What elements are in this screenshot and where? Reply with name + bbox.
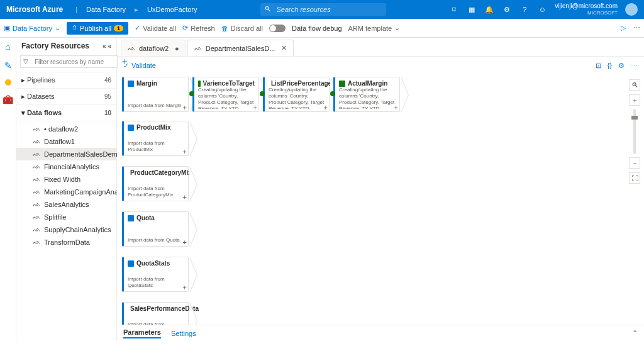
editor-tab[interactable]: ᨒdataflow2● (121, 40, 186, 56)
breadcrumb-factory-name[interactable]: UxDemoFactory (147, 6, 197, 13)
source-icon (128, 260, 134, 267)
dataflow-node[interactable]: ProductCategoryMixImport data from Produ… (122, 166, 189, 201)
dataflow-item[interactable]: ᨒFixed Width (16, 173, 116, 186)
dataflow-node[interactable]: ActualMarginCreating/updating the column… (333, 77, 400, 112)
arm-template-dropdown[interactable]: ARM template⌄ (348, 24, 401, 32)
dataflow-item-label: SupplyChainAnalytics (44, 226, 111, 233)
author-icon[interactable]: ✎ (4, 60, 12, 70)
add-step-button[interactable]: + (183, 104, 187, 111)
dataflow-item[interactable]: ᨒMarketingCampaignAnalytics (16, 186, 116, 198)
dataflow-item[interactable]: ᨒDepartmentalSalesDemo⋯ (16, 148, 116, 160)
zoom-out-button[interactable]: － (629, 157, 640, 169)
breadcrumb-data-factory[interactable]: Data Factory (86, 6, 126, 13)
publish-all-button[interactable]: ⇧ Publish all 1 (67, 22, 128, 35)
breadcrumb-chevron-icon: ▸ (135, 6, 138, 14)
pin-icon[interactable]: « « (103, 43, 111, 50)
add-step-button[interactable]: + (183, 148, 187, 155)
dataflow-item[interactable]: ᨒFinancialAnalytics (16, 160, 116, 173)
dataflow-icon: ᨒ (33, 201, 40, 208)
node-title: ProductCategoryMix (130, 169, 192, 176)
dataflow-node[interactable]: ProductMixImport data from ProductMix+ (122, 121, 189, 156)
dataflow-icon: ᨒ (33, 188, 40, 196)
expand-panel-icon[interactable]: ⌃ (632, 329, 638, 337)
close-tab-icon[interactable]: ✕ (281, 44, 287, 52)
source-icon (128, 215, 134, 221)
section-datasets[interactable]: ▸ Datasets 95 (16, 89, 116, 105)
node-description: Import data from Quota (128, 237, 184, 243)
add-step-button[interactable]: + (394, 104, 398, 111)
help-icon[interactable]: ? (519, 4, 530, 14)
run-icon[interactable]: ▷ (621, 24, 626, 32)
settings-icon[interactable]: ⚙ (618, 62, 625, 70)
filter-input[interactable] (20, 55, 118, 68)
more-icon[interactable]: ⋯ (633, 24, 640, 32)
validate-all-button[interactable]: ✓Validate all (135, 24, 176, 32)
dataflow-item[interactable]: ᨒ• dataflow2 (16, 123, 116, 135)
notifications-icon[interactable]: 🔔 (484, 4, 494, 14)
add-step-button[interactable]: + (253, 104, 257, 111)
monitor-icon[interactable] (5, 79, 11, 86)
tab-parameters[interactable]: Parameters (123, 328, 161, 338)
editor-tab[interactable]: ᨒDepartmentalSalesD...✕ (187, 40, 294, 56)
dataflow-node[interactable]: QuotaImport data from Quota+ (122, 211, 189, 247)
zoom-slider[interactable] (633, 109, 636, 154)
section-pipelines[interactable]: ▸ Pipelines 46 (16, 72, 116, 89)
global-search-input[interactable] (260, 3, 386, 16)
add-step-button[interactable]: + (183, 284, 187, 291)
source-icon (128, 125, 134, 131)
zoom-in-button[interactable]: ＋ (629, 94, 640, 106)
dataflow-item-label: Dataflow1 (44, 138, 75, 145)
add-step-button[interactable]: + (324, 104, 328, 111)
dataflow-icon: ᨒ (194, 45, 202, 52)
zoom-search-icon[interactable]: 🔍︎ (629, 79, 640, 91)
discard-all-button[interactable]: 🗑Discard all (221, 25, 263, 32)
connector-dot-icon (330, 91, 335, 96)
global-search[interactable]: 🔍︎ (260, 3, 386, 16)
dataflow-icon: ᨒ (33, 150, 40, 158)
json-view-icon[interactable]: {} (608, 62, 612, 70)
dataflow-item[interactable]: ᨒDataflow1 (16, 135, 116, 148)
dataflow-item[interactable]: ᨒSplitfile (16, 211, 116, 223)
directory-filter-icon[interactable]: ▦ (467, 4, 477, 14)
dataflow-node[interactable]: ListPricePercentageCreating/updating the… (263, 77, 330, 112)
avatar[interactable] (625, 3, 638, 16)
account-info[interactable]: vijienji@microsoft.com MICROSOFT (555, 3, 618, 16)
validate-button[interactable]: ✓Validate (123, 62, 156, 70)
dataflow-node[interactable]: MarginImport data from Margin+ (122, 77, 189, 112)
settings-icon[interactable]: ⚙ (502, 4, 512, 14)
add-step-button[interactable]: + (183, 238, 187, 246)
node-description: Import data from ProductCategoryMix (128, 186, 184, 198)
cloud-shell-icon[interactable]: ⌑ (449, 4, 459, 14)
dataflow-node[interactable]: QuotaStatsImport data from QuotaStats+ (122, 257, 189, 292)
more-icon[interactable]: ⋯ (631, 62, 638, 70)
dataflow-item-label: FinancialAnalytics (44, 163, 99, 170)
dataflow-node[interactable]: VarienceToTargetCreating/updating the co… (192, 77, 259, 112)
dataflow-item-label: • dataflow2 (44, 125, 78, 133)
code-view-icon[interactable]: ⊡ (596, 62, 601, 70)
home-icon[interactable]: ⌂ (5, 42, 10, 52)
add-step-button[interactable]: + (183, 193, 187, 201)
refresh-button[interactable]: ⟳Refresh (182, 24, 215, 32)
manage-icon[interactable]: 🧰 (3, 94, 13, 104)
tab-settings[interactable]: Settings (171, 330, 196, 337)
dataflow-item[interactable]: ᨒSalesAnalytics (16, 198, 116, 211)
tab-label: dataflow2 (139, 45, 169, 52)
node-title: ProductMix (136, 124, 170, 131)
node-description: Import data from QuotaStats (128, 276, 184, 289)
dataflow-item[interactable]: ᨒSupplyChainAnalytics (16, 223, 116, 236)
section-dataflows-count: 10 (104, 109, 111, 116)
zoom-fit-button[interactable]: ⛶ (629, 172, 640, 184)
connector-dot-icon (189, 91, 194, 96)
node-title: QuotaStats (136, 260, 170, 267)
section-dataflows-label: Data flows (27, 109, 62, 116)
data-factory-dropdown[interactable]: ▣ Data Factory ⌄ (4, 24, 60, 32)
section-dataflows[interactable]: ▾ Data flows 10 (16, 105, 116, 121)
node-description: Import data from ProductMix (128, 140, 184, 153)
feedback-icon[interactable]: ☺ (537, 4, 547, 14)
node-description: Import data from SalesPerformanceData (128, 321, 184, 325)
dirty-indicator-icon[interactable]: ● (175, 45, 179, 52)
dataflow-debug-toggle[interactable] (269, 25, 286, 32)
dataflow-item[interactable]: ᨒTransformData (16, 236, 116, 249)
item-actions-icon[interactable]: ⋯ (106, 150, 113, 159)
dataflow-node[interactable]: SalesPerformanceDataImport data from Sal… (122, 302, 189, 325)
